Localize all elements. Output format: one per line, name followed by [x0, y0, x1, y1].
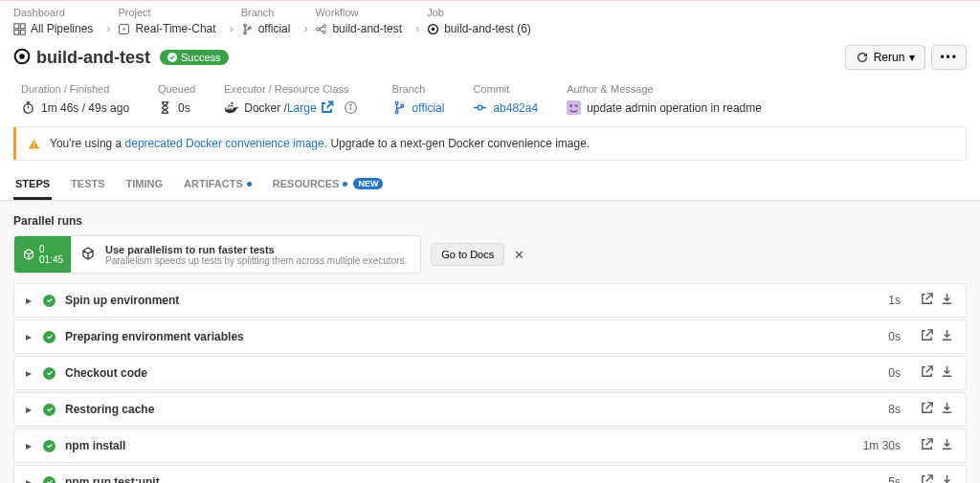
- warning-icon: [28, 138, 40, 150]
- status-success-icon: [43, 331, 56, 343]
- svg-point-26: [575, 104, 578, 107]
- svg-point-19: [349, 104, 350, 105]
- open-external-icon[interactable]: [920, 437, 934, 454]
- step-name: Spin up environment: [65, 294, 888, 307]
- svg-point-9: [317, 27, 320, 30]
- banner-suffix: Upgrade to a next-gen Docker convenience…: [330, 137, 590, 150]
- branch-label: Branch: [392, 83, 445, 95]
- download-icon[interactable]: [940, 364, 954, 382]
- external-link-icon: [320, 100, 334, 115]
- tab-tests[interactable]: TESTS: [69, 172, 106, 200]
- go-to-docs-button[interactable]: Go to Docs: [431, 243, 504, 266]
- step-duration: 8s: [888, 403, 901, 416]
- step-row[interactable]: ▸ Restoring cache 8s: [13, 392, 967, 427]
- crumb-workflow[interactable]: build-and-test: [315, 22, 402, 35]
- open-external-icon[interactable]: [920, 473, 934, 483]
- expand-arrow-icon[interactable]: ▸: [26, 439, 33, 452]
- svg-point-6: [243, 24, 245, 26]
- open-external-icon[interactable]: [920, 292, 934, 309]
- step-row[interactable]: ▸ Checkout code 0s: [13, 356, 967, 390]
- docker-icon: [224, 100, 238, 115]
- caret-down-icon: ▾: [909, 51, 915, 64]
- executor-link[interactable]: Large: [287, 101, 317, 115]
- breadcrumb: Dashboard All Pipelines › Project Real-T…: [0, 0, 980, 35]
- parallel-run-badge[interactable]: 001:45: [14, 236, 71, 273]
- commit-link[interactable]: ab482a4: [493, 101, 538, 115]
- chevron-right-icon: ›: [106, 22, 110, 35]
- crumb-job[interactable]: build-and-test (6): [427, 22, 531, 35]
- crumb-group: Branch: [241, 7, 291, 18]
- duration-value: 1m 46s / 49s ago: [41, 101, 129, 115]
- open-external-icon[interactable]: [920, 328, 934, 345]
- step-duration: 1m 30s: [863, 439, 901, 452]
- download-icon[interactable]: [940, 328, 954, 345]
- branch-link[interactable]: official: [412, 101, 445, 115]
- crumb-group: Project: [118, 7, 215, 18]
- crumb-all-pipelines[interactable]: All Pipelines: [13, 22, 93, 35]
- crumb-project[interactable]: Real-Time-Chat: [118, 22, 215, 35]
- tab-artifacts[interactable]: ARTIFACTS: [182, 172, 254, 200]
- banner-link[interactable]: deprecated Docker convenience image.: [125, 137, 327, 150]
- step-row[interactable]: ▸ npm install 1m 30s: [13, 428, 967, 463]
- svg-point-10: [323, 24, 326, 27]
- project-icon: [118, 23, 130, 35]
- step-duration: 0s: [888, 330, 901, 343]
- step-name: Checkout code: [65, 366, 888, 380]
- info-icon[interactable]: [344, 100, 358, 115]
- commit-label: Commit: [473, 83, 538, 95]
- download-icon[interactable]: [940, 473, 954, 483]
- status-success-icon: [43, 404, 56, 416]
- queued-value: 0s: [178, 101, 190, 115]
- tab-timing[interactable]: TIMING: [124, 172, 166, 200]
- stopwatch-icon: [21, 100, 35, 115]
- steps-list: ▸ Spin up environment 1s ▸ Preparing env…: [13, 283, 967, 483]
- expand-arrow-icon[interactable]: ▸: [26, 294, 33, 307]
- open-external-icon[interactable]: [920, 401, 934, 418]
- crumb-group: Dashboard: [13, 7, 93, 18]
- parallel-runs-title: Parallel runs: [13, 214, 967, 228]
- expand-arrow-icon[interactable]: ▸: [26, 330, 33, 343]
- rerun-button[interactable]: Rerun ▾: [845, 45, 926, 70]
- step-name: npm run test:unit: [65, 475, 888, 483]
- branch-icon: [241, 23, 254, 35]
- branch-icon: [392, 100, 407, 115]
- step-row[interactable]: ▸ Spin up environment 1s: [13, 283, 967, 318]
- check-icon: [167, 53, 177, 62]
- more-actions-button[interactable]: •••: [931, 45, 967, 70]
- steps-content: Parallel runs 001:45 Use parallelism to …: [0, 201, 980, 483]
- workflow-icon: [315, 23, 327, 35]
- svg-point-23: [479, 105, 483, 110]
- download-icon[interactable]: [940, 292, 954, 309]
- duration-label: Duration / Finished: [21, 83, 129, 95]
- expand-arrow-icon[interactable]: ▸: [26, 366, 33, 380]
- refresh-icon: [856, 51, 869, 64]
- cube-outline-icon: [80, 246, 96, 264]
- download-icon[interactable]: [940, 437, 954, 454]
- cube-icon: [22, 248, 35, 261]
- svg-point-15: [19, 54, 25, 59]
- tab-steps[interactable]: STEPS: [13, 172, 52, 200]
- commit-icon: [473, 100, 487, 115]
- crumb-branch[interactable]: official: [241, 22, 291, 35]
- status-success-icon: [43, 367, 56, 380]
- new-badge: NEW: [353, 178, 383, 189]
- executor-prefix: Docker /: [244, 101, 287, 115]
- close-icon[interactable]: ✕: [514, 248, 524, 262]
- step-row[interactable]: ▸ Preparing environment variables 0s: [13, 319, 967, 354]
- job-meta: Duration / Finished 1m 46s / 49s ago Que…: [0, 83, 980, 126]
- queued-label: Queued: [158, 83, 195, 95]
- svg-rect-1: [20, 23, 25, 28]
- step-duration: 5s: [888, 475, 901, 483]
- commit-message: update admin operation in readme: [587, 101, 762, 115]
- svg-point-20: [395, 101, 398, 104]
- expand-arrow-icon[interactable]: ▸: [26, 403, 33, 416]
- pipelines-icon: [13, 23, 26, 35]
- svg-rect-2: [14, 30, 19, 34]
- download-icon[interactable]: [940, 401, 954, 418]
- step-row[interactable]: ▸ npm run test:unit 5s: [13, 465, 967, 483]
- dot-indicator-icon: [247, 182, 252, 187]
- expand-arrow-icon[interactable]: ▸: [26, 475, 33, 483]
- tab-resources[interactable]: RESOURCESNEW: [271, 172, 386, 200]
- parallel-runs-box: 001:45 Use parallelism to run faster tes…: [13, 235, 967, 274]
- open-external-icon[interactable]: [920, 364, 934, 382]
